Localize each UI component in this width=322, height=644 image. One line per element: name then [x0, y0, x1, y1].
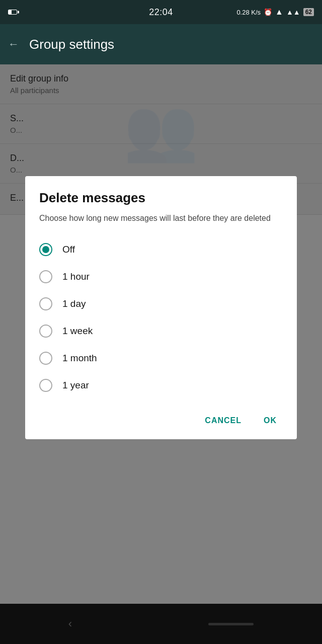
delete-messages-dialog: Delete messages Choose how long new mess…: [25, 176, 297, 439]
back-button[interactable]: ←: [8, 38, 19, 51]
radio-label-1hour: 1 hour: [62, 271, 90, 282]
radio-circle-1day: [39, 297, 52, 310]
signal-icon: ▲▲: [286, 8, 300, 16]
radio-label-off: Off: [62, 244, 75, 255]
status-bar: 22:04 0.28 K/s ⏰ ▲ ▲▲ 62: [0, 0, 322, 24]
radio-label-1day: 1 day: [62, 298, 86, 309]
radio-label-1week: 1 week: [62, 326, 93, 337]
network-speed: 0.28 K/s: [236, 9, 261, 16]
radio-label-1year: 1 year: [62, 380, 89, 391]
alarm-icon: ⏰: [264, 8, 272, 16]
dialog-title: Delete messages: [39, 190, 283, 206]
dialog-actions: CANCEL OK: [39, 407, 283, 429]
status-right: 0.28 K/s ⏰ ▲ ▲▲ 62: [236, 8, 314, 17]
cancel-button[interactable]: CANCEL: [199, 412, 248, 429]
radio-option-1day[interactable]: 1 day: [39, 290, 283, 317]
ok-button[interactable]: OK: [258, 412, 283, 429]
radio-circle-off: [39, 243, 52, 256]
battery-container: [8, 10, 17, 15]
radio-circle-1week: [39, 325, 52, 338]
page-title: Group settings: [29, 37, 114, 52]
radio-option-1hour[interactable]: 1 hour: [39, 263, 283, 290]
radio-label-1month: 1 month: [62, 353, 97, 364]
radio-circle-1year: [39, 379, 52, 392]
dialog-subtitle: Choose how long new messages will last b…: [39, 213, 283, 224]
radio-option-1month[interactable]: 1 month: [39, 345, 283, 372]
radio-option-off[interactable]: Off: [39, 236, 283, 263]
radio-inner-off: [42, 246, 49, 253]
battery-icon: [8, 10, 17, 15]
radio-option-1year[interactable]: 1 year: [39, 372, 283, 399]
wifi-icon: ▲: [275, 8, 283, 17]
radio-option-1week[interactable]: 1 week: [39, 317, 283, 345]
status-time: 22:04: [149, 7, 173, 18]
toolbar: ← Group settings: [0, 24, 322, 64]
battery-percent: 62: [303, 8, 314, 16]
radio-circle-1month: [39, 352, 52, 365]
radio-circle-1hour: [39, 270, 52, 283]
settings-background: 👥 Edit group info All participants S... …: [0, 64, 322, 604]
